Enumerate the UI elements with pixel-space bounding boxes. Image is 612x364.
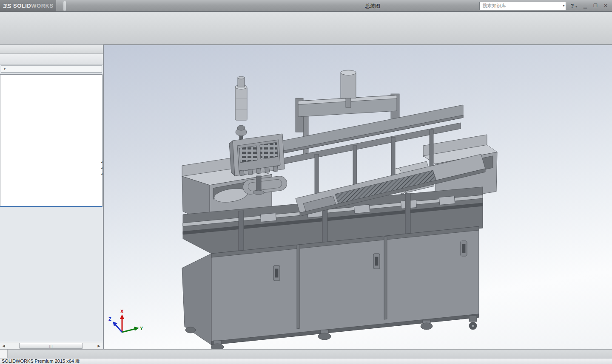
titlebar-right: 搜索知识库 ▾ ? ▾ ▁ ❐ ✕ — [479, 2, 612, 10]
scroll-right-arrow[interactable]: ▶ — [95, 342, 102, 349]
triad-y-label: Y — [140, 326, 143, 331]
main-area: ▾ ◂◂◂ ◀ ||| ▶ — [0, 45, 612, 349]
machine-assembly — [182, 70, 497, 349]
reference-triad: X Y Z — [108, 309, 143, 332]
solidworks-logo: ЗS SOLIDWORKS — [0, 0, 56, 12]
quick-access-toolbar — [63, 1, 66, 11]
logo-solid: SOLID — [13, 3, 31, 9]
heads-up-view-toolbar — [355, 46, 360, 48]
search-dropdown-icon[interactable]: ▾ — [563, 4, 564, 8]
tabs-spacer — [0, 350, 8, 358]
search-placeholder: 搜索知识库 — [482, 3, 562, 9]
filter-dropdown-icon[interactable]: ▾ — [4, 67, 6, 71]
tree-filter-bar[interactable]: ▾ — [1, 65, 102, 73]
feature-manager-panel: ▾ ◂◂◂ ◀ ||| ▶ — [0, 45, 103, 349]
tree-scroll-markers[interactable]: ◂◂◂ — [101, 159, 102, 177]
logo-works: WORKS — [31, 3, 53, 9]
logo-glyph: ЗS — [3, 2, 11, 9]
close-button[interactable]: ✕ — [602, 3, 609, 9]
minimize-button[interactable]: ▁ — [581, 3, 589, 9]
command-manager-toolbar — [0, 12, 612, 45]
panel-horizontal-scrollbar[interactable]: ◀ ||| ▶ — [0, 342, 102, 349]
command-manager-tabs — [0, 45, 103, 54]
help-button[interactable]: ? ▾ — [570, 3, 577, 9]
triad-z-label: Z — [108, 316, 111, 322]
scroll-thumb[interactable]: ||| — [19, 343, 83, 349]
feature-tree — [0, 74, 102, 207]
restore-button[interactable]: ❐ — [592, 3, 599, 9]
panel-empty-area — [0, 207, 102, 342]
assembly-model-3d[interactable]: X Y Z — [103, 45, 612, 349]
panel-tab-strip — [0, 54, 103, 65]
status-bar: SOLIDWORKS Premium 2015 x64 版 — [0, 358, 612, 364]
solidworks-window: ЗS SOLIDWORKS 总装图 搜索知识库 ▾ ? ▾ ▁ ❐ ✕ — [0, 0, 612, 364]
triad-x-label: X — [120, 309, 124, 314]
graphics-viewport[interactable]: X Y Z — [103, 45, 612, 349]
document-title: 总装图 — [365, 3, 380, 10]
search-input[interactable]: 搜索知识库 ▾ — [479, 2, 566, 10]
scroll-track[interactable]: ||| — [7, 342, 95, 349]
window-controls: ▁ ❐ ✕ — [579, 3, 609, 9]
document-tabs-row — [0, 349, 612, 358]
status-version-text: SOLIDWORKS Premium 2015 x64 版 — [2, 358, 80, 364]
title-bar: ЗS SOLIDWORKS 总装图 搜索知识库 ▾ ? ▾ ▁ ❐ ✕ — [0, 0, 612, 12]
scroll-left-arrow[interactable]: ◀ — [0, 342, 7, 349]
